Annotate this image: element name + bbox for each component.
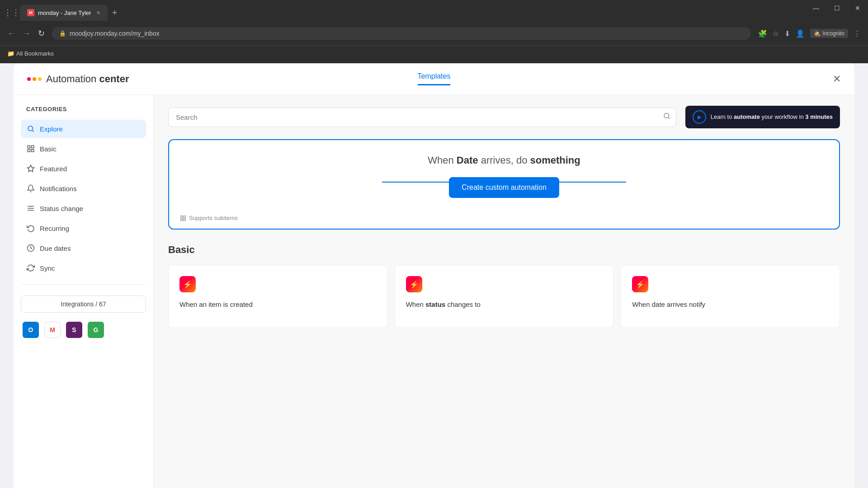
search-submit-btn[interactable] <box>663 112 671 122</box>
card-2-suffix: changes to <box>447 300 480 308</box>
svg-marker-6 <box>28 165 34 172</box>
section-basic-heading: Basic <box>168 244 840 256</box>
window-maximize-btn[interactable]: ☐ <box>826 0 847 16</box>
menu-icon[interactable]: ⋮ <box>854 29 861 38</box>
card-logo-3: ⚡ <box>632 276 648 292</box>
browser-nav: ← → ↻ 🔒 moodjoy.monday.com/my_inbox 🧩 ☆ … <box>0 22 868 45</box>
integration-icons: O M S G <box>21 318 146 342</box>
extensions-icon[interactable]: 🧩 <box>758 29 767 38</box>
automation-center-modal: Automation center Templates ✕ Categories… <box>14 63 854 488</box>
active-tab[interactable]: M monday - Jane Tyler × <box>20 5 108 21</box>
card-logo-2: ⚡ <box>406 276 422 292</box>
card-logo-1: ⚡ <box>179 276 196 292</box>
template-card-3[interactable]: ⚡ When date arrives notify <box>621 265 840 328</box>
sheets-icon[interactable]: G <box>88 322 104 338</box>
tab-templates[interactable]: Templates <box>418 72 451 85</box>
video-text-plain: Learn to <box>711 113 734 120</box>
basic-icon <box>26 144 35 153</box>
card-2-prefix: When <box>406 300 425 308</box>
refresh-btn[interactable]: ↻ <box>38 28 45 38</box>
svg-rect-16 <box>184 219 185 221</box>
modal-close-btn[interactable]: ✕ <box>833 73 841 85</box>
svg-line-1 <box>32 130 33 131</box>
sidebar-item-status-change[interactable]: Status change <box>21 199 146 217</box>
tab-title: monday - Jane Tyler <box>38 9 91 16</box>
card-2-bold: status <box>425 300 445 308</box>
card-text-3: When date arrives notify <box>632 300 705 310</box>
back-btn[interactable]: ← <box>7 29 15 38</box>
video-text-suffix: your workflow in <box>762 113 806 120</box>
sidebar-item-label-featured: Featured <box>40 165 67 173</box>
explore-icon <box>26 124 35 133</box>
svg-rect-4 <box>28 150 30 152</box>
profile-icon[interactable]: 👤 <box>796 29 805 38</box>
video-time-bold: 3 minutes <box>805 113 833 120</box>
window-close-btn[interactable]: ✕ <box>847 0 868 16</box>
search-video-row: ▶ Learn to automate your workflow in 3 m… <box>168 106 840 128</box>
integrations-btn[interactable]: Integrations / 67 <box>21 296 146 313</box>
sidebar-item-label-sync: Sync <box>40 264 55 272</box>
sidebar-item-label-status-change: Status change <box>40 205 83 212</box>
sidebar-item-recurring[interactable]: Recurring <box>21 219 146 237</box>
apps-btn[interactable]: ⋮⋮ <box>5 6 18 19</box>
logo-dot-orange <box>33 77 36 81</box>
search-input[interactable] <box>168 108 676 127</box>
sidebar-title: Categories <box>21 106 146 118</box>
bookmarks-bar: 📁 All Bookmarks <box>0 45 868 61</box>
address-bar[interactable]: 🔒 moodjoy.monday.com/my_inbox <box>52 27 751 40</box>
slack-icon[interactable]: S <box>66 322 82 338</box>
browser-actions: 🧩 ☆ ⬇ 👤 🕵 Incognito ⋮ <box>758 29 861 38</box>
tab-bar: ⋮⋮ M monday - Jane Tyler × + <box>0 0 868 22</box>
bookmarks-folder-icon: 📁 <box>7 50 14 57</box>
notifications-icon <box>26 184 35 193</box>
logo-dot-yellow <box>38 77 42 81</box>
tab-close-btn[interactable]: × <box>97 9 100 16</box>
sync-icon <box>26 263 35 272</box>
create-custom-automation-btn[interactable]: Create custom automation <box>449 177 559 198</box>
template-card-1[interactable]: ⚡ When an item is created <box>168 265 387 328</box>
forward-btn[interactable]: → <box>23 29 31 38</box>
gmail-icon[interactable]: M <box>44 322 61 338</box>
modal-logo-area: Automation center <box>27 73 129 85</box>
sidebar-item-label-basic: Basic <box>40 145 57 153</box>
incognito-badge: 🕵 Incognito <box>810 29 848 38</box>
sidebar-item-basic[interactable]: Basic <box>21 140 146 158</box>
window-minimize-btn[interactable]: — <box>806 0 826 16</box>
custom-card-text: When Date arrives, do something <box>428 155 580 166</box>
logo-dot-red <box>27 77 31 81</box>
template-card-2[interactable]: ⚡ When status changes to <box>395 265 614 328</box>
modal-header: Automation center Templates ✕ <box>14 63 854 95</box>
custom-text-something: something <box>530 155 580 166</box>
sidebar-item-featured[interactable]: Featured <box>21 160 146 178</box>
sidebar: Categories Explore Basic Featu <box>14 95 154 488</box>
download-icon[interactable]: ⬇ <box>784 29 790 38</box>
supports-label: Supports subitems <box>189 215 238 221</box>
incognito-label: Incognito <box>822 30 844 37</box>
video-learn-btn[interactable]: ▶ Learn to automate your workflow in 3 m… <box>685 106 840 128</box>
due-dates-icon <box>26 244 35 253</box>
svg-rect-15 <box>181 219 183 221</box>
modal-title: Automation center <box>46 73 129 85</box>
svg-point-0 <box>28 126 33 131</box>
bookmark-star-icon[interactable]: ☆ <box>773 29 779 38</box>
incognito-icon: 🕵 <box>814 30 821 37</box>
card-3-text: When date arrives notify <box>632 300 705 308</box>
sidebar-item-label-due-dates: Due dates <box>40 244 71 252</box>
sidebar-item-sync[interactable]: Sync <box>21 259 146 277</box>
new-tab-btn[interactable]: + <box>109 8 120 18</box>
bookmarks-label: All Bookmarks <box>16 50 54 57</box>
featured-icon <box>26 164 35 173</box>
video-text-bold: automate <box>734 113 760 120</box>
play-icon: ▶ <box>693 110 706 124</box>
sidebar-item-explore[interactable]: Explore <box>21 120 146 138</box>
outlook-icon[interactable]: O <box>23 322 39 338</box>
svg-rect-14 <box>184 216 185 217</box>
sidebar-divider <box>21 284 146 285</box>
modal-tabs: Templates <box>418 72 451 85</box>
custom-card-underline <box>382 182 626 183</box>
sidebar-item-due-dates[interactable]: Due dates <box>21 239 146 257</box>
supports-subitems-text: Supports subitems <box>180 215 238 221</box>
status-change-icon <box>26 204 35 213</box>
search-container <box>168 108 676 127</box>
sidebar-item-notifications[interactable]: Notifications <box>21 179 146 197</box>
